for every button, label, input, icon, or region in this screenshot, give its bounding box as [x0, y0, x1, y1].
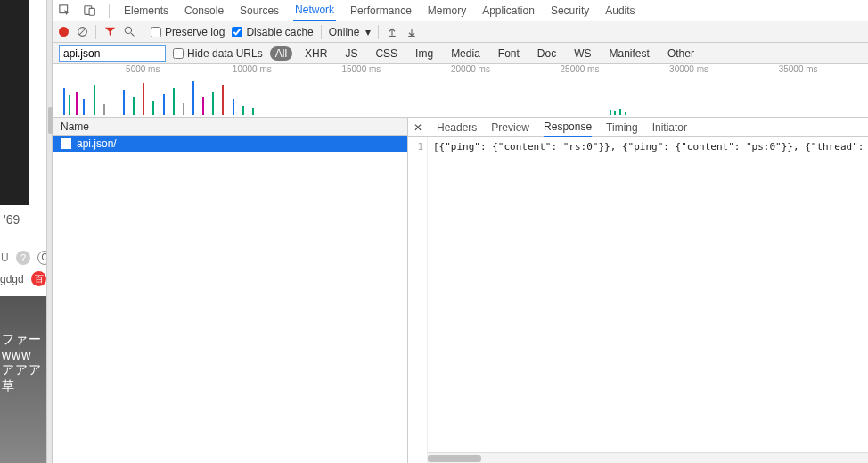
type-filter-font[interactable]: Font	[493, 46, 525, 61]
svg-point-5	[125, 27, 131, 33]
devtools-tabs: Elements Console Sources Network Perform…	[53, 0, 868, 21]
type-filter-ws[interactable]: WS	[569, 46, 596, 61]
scrollbar-thumb[interactable]	[48, 107, 53, 134]
separator	[109, 4, 110, 18]
hide-data-urls-input[interactable]	[173, 48, 184, 59]
request-row[interactable]: api.json/	[53, 136, 407, 152]
clear-icon[interactable]	[76, 26, 88, 38]
bg-text-gdgd: gdgd	[0, 273, 24, 285]
search-icon[interactable]	[123, 26, 135, 38]
download-har-icon[interactable]	[405, 26, 418, 38]
tab-network[interactable]: Network	[293, 0, 336, 21]
tab-sources[interactable]: Sources	[238, 1, 281, 21]
tab-performance[interactable]: Performance	[348, 1, 414, 21]
response-viewer: 1 [{"ping": {"content": "rs:0"}}, {"ping…	[408, 137, 868, 463]
disable-cache-input[interactable]	[232, 27, 242, 37]
tab-application[interactable]: Application	[480, 1, 536, 21]
svg-line-6	[131, 33, 134, 36]
filter-bar: Hide data URLs All XHR JS CSS Img Media …	[53, 43, 868, 64]
horizontal-scrollbar[interactable]	[428, 452, 868, 463]
timeline-tick: 20000 ms	[451, 64, 490, 74]
separator	[143, 25, 143, 39]
type-filter-img[interactable]: Img	[410, 46, 438, 61]
inspect-element-icon[interactable]	[59, 4, 71, 17]
type-filter-css[interactable]: CSS	[370, 46, 403, 61]
name-column-header[interactable]: Name	[53, 118, 407, 136]
separator	[95, 25, 96, 39]
detail-tab-response[interactable]: Response	[544, 118, 592, 137]
detail-tab-initiator[interactable]: Initiator	[652, 119, 687, 136]
bg-number: '69	[4, 212, 20, 227]
tab-memory[interactable]: Memory	[426, 1, 468, 21]
help-icon[interactable]: ?	[16, 251, 30, 265]
timeline-tick: 10000 ms	[233, 64, 272, 74]
hide-data-urls-checkbox[interactable]: Hide data URLs	[173, 47, 263, 60]
preserve-log-input[interactable]	[151, 27, 161, 37]
detail-tab-timing[interactable]: Timing	[606, 119, 638, 136]
timeline-tick: 35000 ms	[779, 64, 818, 74]
preserve-log-checkbox[interactable]: Preserve log	[151, 26, 225, 38]
request-detail: ✕ Headers Preview Response Timing Initia…	[408, 118, 868, 463]
filter-input[interactable]	[59, 45, 166, 62]
type-filter-doc[interactable]: Doc	[532, 46, 561, 61]
file-icon	[61, 138, 71, 149]
record-button[interactable]	[59, 27, 69, 37]
response-body[interactable]: [{"ping": {"content": "rs:0"}}, {"ping":…	[428, 137, 868, 463]
type-filter-all[interactable]: All	[270, 46, 292, 61]
video-overlay-text: ファー www アアア 草	[2, 332, 42, 393]
tab-console[interactable]: Console	[183, 1, 225, 21]
video-thumbnail[interactable]: ファー www アアア 草	[0, 296, 46, 463]
timeline-chart	[53, 76, 868, 117]
type-filter-manifest[interactable]: Manifest	[604, 46, 655, 61]
separator	[378, 25, 379, 39]
request-list: Name api.json/	[53, 118, 408, 463]
separator	[321, 25, 322, 39]
detail-tabs: ✕ Headers Preview Response Timing Initia…	[408, 118, 868, 137]
timeline-tick: 15000 ms	[341, 64, 381, 74]
request-name: api.json/	[77, 137, 117, 150]
bg-letter-u: U	[1, 252, 9, 264]
throttle-select[interactable]: Online ▾	[329, 26, 371, 38]
timeline-tick: 5000 ms	[126, 64, 160, 74]
svg-line-4	[79, 29, 86, 35]
filter-icon[interactable]	[103, 26, 116, 38]
tab-elements[interactable]: Elements	[122, 1, 170, 21]
type-filter-xhr[interactable]: XHR	[299, 46, 332, 61]
tab-security[interactable]: Security	[549, 1, 591, 21]
type-filter-media[interactable]: Media	[446, 46, 486, 61]
pane-resize-handle[interactable]	[46, 0, 53, 463]
upload-har-icon[interactable]	[386, 26, 398, 38]
svg-rect-2	[89, 8, 94, 15]
background-app-strip: '69 U ? C gdgd 百 ファー www アアア 草	[0, 0, 46, 463]
network-toolbar: Preserve log Disable cache Online ▾	[53, 21, 868, 43]
close-detail-icon[interactable]: ✕	[414, 121, 422, 134]
detail-tab-headers[interactable]: Headers	[437, 119, 477, 136]
devtools-panel: Elements Console Sources Network Perform…	[53, 0, 868, 463]
disable-cache-checkbox[interactable]: Disable cache	[232, 26, 313, 38]
type-filter-other[interactable]: Other	[662, 46, 700, 61]
timeline-tick: 25000 ms	[561, 64, 600, 74]
network-timeline[interactable]: 5000 ms 10000 ms 15000 ms 20000 ms 25000…	[53, 64, 868, 118]
baidu-icon[interactable]: 百	[31, 271, 46, 286]
detail-tab-preview[interactable]: Preview	[491, 119, 529, 136]
type-filter-js[interactable]: JS	[340, 46, 363, 61]
tab-audits[interactable]: Audits	[603, 1, 636, 21]
scrollbar-thumb[interactable]	[428, 455, 481, 462]
device-toggle-icon[interactable]	[84, 4, 96, 17]
background-black-area	[0, 0, 29, 205]
network-content: Name api.json/ ✕ Headers Preview Respons…	[53, 118, 868, 463]
line-gutter: 1	[408, 137, 428, 463]
timeline-tick: 30000 ms	[669, 64, 708, 74]
timeline-ticks: 5000 ms 10000 ms 15000 ms 20000 ms 25000…	[53, 64, 868, 76]
